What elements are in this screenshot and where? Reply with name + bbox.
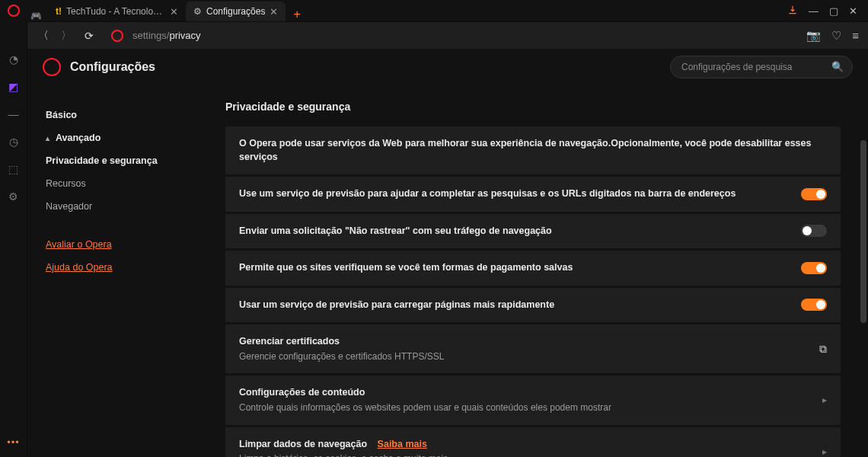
sidebar-item-basico[interactable]: Básico <box>46 104 195 126</box>
toggle-predict[interactable] <box>801 188 827 200</box>
intro-text: O Opera pode usar serviços da Web para m… <box>239 137 827 164</box>
toggle-payment[interactable] <box>801 262 827 274</box>
titlebar: 🎮 t! TechTudo - A Tecnologia D ✕ ⚙ Confi… <box>0 0 868 21</box>
window-controls: — ▢ ✕ <box>777 5 868 18</box>
external-link-icon[interactable]: ⧉ <box>819 343 827 356</box>
heart-icon[interactable]: ♡ <box>831 29 841 43</box>
row-label: Use um serviço de previsão para ajudar a… <box>239 187 789 201</box>
address-right-controls: 📷 ♡ ≡ <box>806 29 859 43</box>
row-sublabel: Gerencie configurações e certificados HT… <box>239 350 807 363</box>
opera-icon <box>8 5 20 17</box>
left-rail: ◔ ◩ — ◷ ⬚ ⚙ ••• <box>0 21 27 457</box>
settings-search-wrap: 🔍 <box>670 56 853 78</box>
address-bar: 〈 〉 ⟳ settings/privacy 📷 ♡ ≡ <box>27 21 868 49</box>
close-icon[interactable]: ✕ <box>270 6 278 18</box>
row-certificates[interactable]: Gerenciar certificados Gerencie configur… <box>225 324 841 373</box>
opera-logo-icon <box>43 58 61 76</box>
easy-setup-icon[interactable]: ≡ <box>852 29 859 42</box>
url-path: privacy <box>169 30 200 41</box>
row-payment-check[interactable]: Permite que os sites verifiquem se você … <box>225 251 841 286</box>
row-clear-browsing-data[interactable]: Limpar dados de navegação Saiba mais Lim… <box>225 427 841 457</box>
row-content-settings[interactable]: Configurações de conteúdo Controle quais… <box>225 376 841 424</box>
twitch-icon[interactable]: ◩ <box>8 81 18 93</box>
settings-page: Configurações 🔍 Básico ▴ Avançado Privac… <box>27 49 868 457</box>
sidebar-item-navegador[interactable]: Navegador <box>46 195 195 218</box>
row-label: Permite que os sites verifiquem se você … <box>239 261 789 275</box>
row-prefetch[interactable]: Usar um serviço de previsão para carrega… <box>225 288 841 323</box>
opera-menu-button[interactable] <box>0 0 27 21</box>
scrollbar-thumb[interactable] <box>860 140 866 323</box>
sidebar-item-privacidade[interactable]: Privacidade e segurança <box>46 149 195 172</box>
maximize-button[interactable]: ▢ <box>829 5 838 17</box>
techtudo-favicon-icon: t! <box>56 6 62 17</box>
row-label-text: Limpar dados de navegação <box>239 439 367 449</box>
gear-icon: ⚙ <box>193 6 202 17</box>
chevron-right-icon[interactable]: ▸ <box>822 446 827 457</box>
chevron-up-icon: ▴ <box>46 134 49 142</box>
row-label: Usar um serviço de previsão para carrega… <box>239 299 789 312</box>
extensions-icon[interactable]: ⬚ <box>8 163 18 175</box>
row-label: Gerenciar certificados <box>239 335 807 349</box>
sidebar-item-recursos[interactable]: Recursos <box>46 172 195 195</box>
row-label: Enviar uma solicitação "Não rastrear" co… <box>239 225 789 238</box>
settings-search-input[interactable] <box>670 56 853 78</box>
new-tab-button[interactable]: + <box>286 8 308 21</box>
snapshot-icon[interactable]: 📷 <box>806 29 821 43</box>
close-window-button[interactable]: ✕ <box>849 5 857 17</box>
reload-button[interactable]: ⟳ <box>82 30 96 42</box>
separator-icon: — <box>8 108 19 120</box>
settings-header: Configurações 🔍 <box>27 49 868 85</box>
toggle-prefetch[interactable] <box>801 299 827 311</box>
search-icon[interactable]: 🔍 <box>831 61 844 72</box>
speed-dial-icon[interactable]: ◔ <box>9 53 18 66</box>
learn-more-link[interactable]: Saiba mais <box>378 439 427 449</box>
intro-card: O Opera pode usar serviços da Web para m… <box>225 126 841 174</box>
row-prediction-service[interactable]: Use um serviço de previsão para ajudar a… <box>225 177 841 212</box>
settings-icon[interactable]: ⚙ <box>8 190 18 203</box>
settings-logo: Configurações <box>43 58 155 76</box>
tab-configuracoes[interactable]: ⚙ Configurações ✕ <box>186 2 286 21</box>
tab-bar: 🎮 t! TechTudo - A Tecnologia D ✕ ⚙ Confi… <box>30 0 777 21</box>
sidebar-link-avaliar[interactable]: Avaliar o Opera <box>46 233 195 256</box>
row-sublabel: Controle quais informações os websites p… <box>239 401 810 414</box>
url-display[interactable]: settings/privacy <box>132 30 201 41</box>
sidebar-item-label: Avançado <box>56 133 101 143</box>
chevron-right-icon[interactable]: ▸ <box>822 395 827 405</box>
gx-indicator-icon[interactable]: 🎮 <box>30 11 42 21</box>
sidebar-link-ajuda[interactable]: Ajuda do Opera <box>46 256 195 279</box>
settings-sidebar: Básico ▴ Avançado Privacidade e seguranç… <box>27 85 195 457</box>
tab-title: TechTudo - A Tecnologia D <box>66 6 165 17</box>
row-label: Limpar dados de navegação Saiba mais <box>239 438 810 452</box>
section-heading: Privacidade e segurança <box>225 101 841 113</box>
toggle-dnt[interactable] <box>801 225 827 237</box>
tab-title: Configurações <box>206 6 265 17</box>
minimize-button[interactable]: — <box>809 5 819 17</box>
card-stack: O Opera pode usar serviços da Web para m… <box>225 126 841 457</box>
sidebar-sublist: Privacidade e segurança Recursos Navegad… <box>46 149 195 218</box>
row-sublabel: Limpa o histórico, os cookies, o cache e… <box>239 452 810 457</box>
back-button[interactable]: 〈 <box>37 29 50 43</box>
settings-title: Configurações <box>70 60 155 74</box>
tab-techtudo[interactable]: t! TechTudo - A Tecnologia D ✕ <box>48 2 186 21</box>
opera-page-icon <box>111 30 123 42</box>
settings-main[interactable]: Privacidade e segurança O Opera pode usa… <box>195 85 868 457</box>
downloads-icon[interactable] <box>787 5 798 18</box>
history-icon[interactable]: ◷ <box>9 136 18 148</box>
sidebar-item-avancado[interactable]: ▴ Avançado <box>46 126 195 149</box>
url-prefix: settings/ <box>132 30 169 41</box>
more-sidebar-button[interactable]: ••• <box>7 436 20 448</box>
forward-button[interactable]: 〉 <box>59 29 73 43</box>
close-icon[interactable]: ✕ <box>170 6 178 18</box>
row-do-not-track[interactable]: Enviar uma solicitação "Não rastrear" co… <box>225 214 841 249</box>
settings-body: Básico ▴ Avançado Privacidade e seguranç… <box>27 85 868 457</box>
row-label: Configurações de conteúdo <box>239 386 810 400</box>
